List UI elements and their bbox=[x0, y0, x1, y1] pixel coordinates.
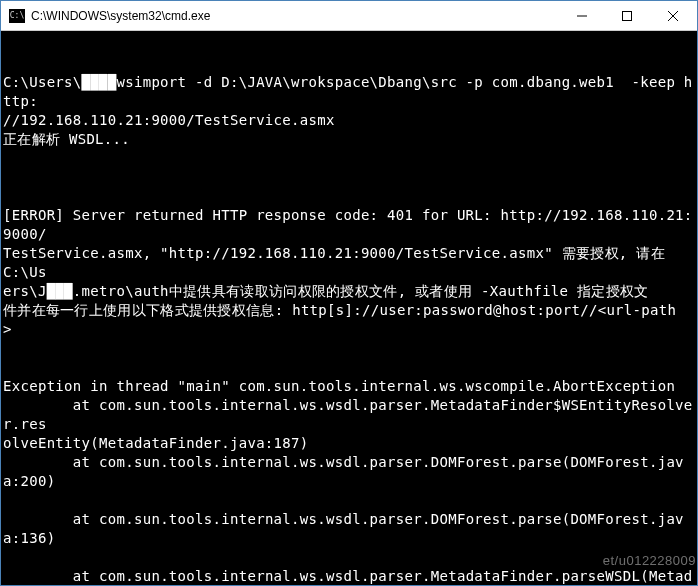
terminal-output[interactable]: C:\Users\████wsimport -d D:\JAVA\wrokspa… bbox=[1, 31, 697, 585]
window-title: C:\WINDOWS\system32\cmd.exe bbox=[31, 9, 559, 23]
maximize-button[interactable] bbox=[604, 1, 649, 30]
titlebar[interactable]: C:\ C:\WINDOWS\system32\cmd.exe bbox=[1, 1, 697, 31]
close-button[interactable] bbox=[649, 1, 697, 30]
window-controls bbox=[559, 1, 697, 30]
cmd-window: C:\ C:\WINDOWS\system32\cmd.exe C:\Users… bbox=[0, 0, 698, 586]
minimize-button[interactable] bbox=[559, 1, 604, 30]
cmd-icon: C:\ bbox=[9, 9, 25, 23]
svg-rect-1 bbox=[622, 11, 631, 20]
